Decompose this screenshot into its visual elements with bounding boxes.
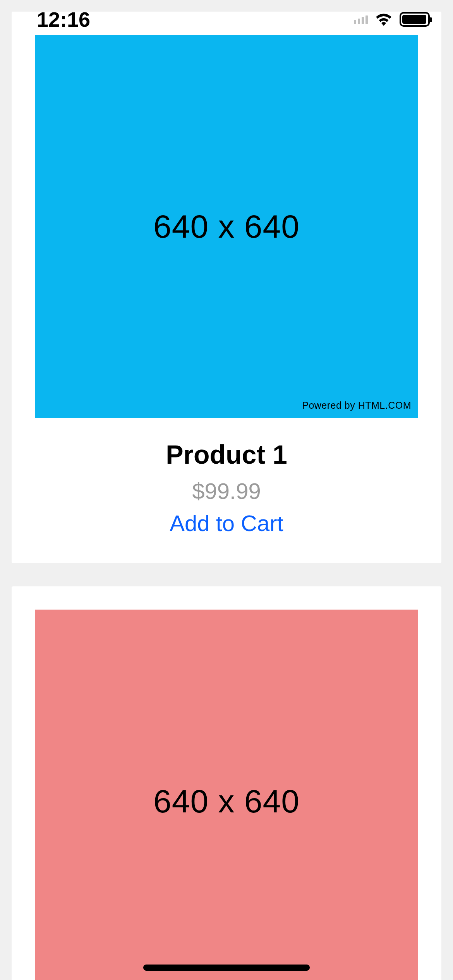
status-time: 12:16 [37, 7, 90, 31]
product-card[interactable]: 640 x 640 Powered by HTML.COM Product 1 … [12, 12, 441, 563]
status-right [354, 12, 430, 27]
product-image-dimensions: 640 x 640 [153, 208, 300, 245]
product-image-placeholder: 640 x 640 Powered by HTML.COM [35, 35, 418, 418]
product-card[interactable]: 640 x 640 [12, 586, 441, 980]
add-to-cart-button[interactable]: Add to Cart [170, 510, 283, 536]
battery-icon [400, 12, 430, 27]
status-bar: 12:16 [0, 0, 453, 39]
product-info: Product 1 $99.99 Add to Cart [35, 418, 418, 536]
product-list[interactable]: 640 x 640 Powered by HTML.COM Product 1 … [0, 0, 453, 980]
product-price: $99.99 [35, 478, 418, 504]
product-image-watermark: Powered by HTML.COM [302, 400, 411, 411]
cellular-signal-icon [354, 15, 368, 24]
product-image-placeholder: 640 x 640 [35, 610, 418, 980]
home-indicator[interactable] [143, 965, 310, 971]
product-image-dimensions: 640 x 640 [153, 783, 300, 820]
wifi-icon [374, 12, 393, 27]
product-title: Product 1 [35, 439, 418, 469]
